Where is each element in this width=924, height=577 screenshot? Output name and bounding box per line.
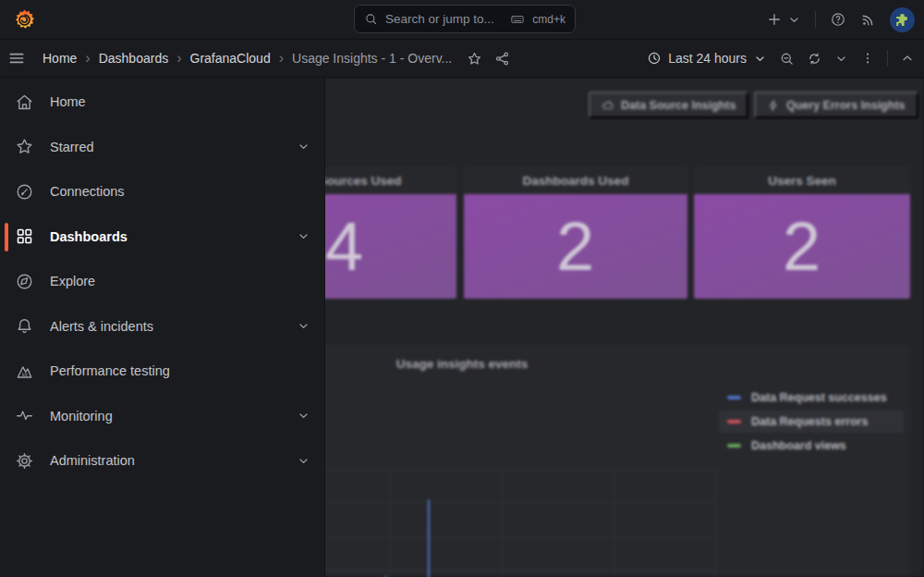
- apps-icon: [15, 227, 35, 246]
- sidebar-item-label: Monitoring: [50, 409, 113, 424]
- chevron-down-icon[interactable]: [297, 409, 310, 423]
- sidebar-item-label: Dashboards: [50, 229, 128, 244]
- menu-toggle-button[interactable]: [7, 49, 26, 68]
- star-icon: [467, 51, 482, 67]
- kiosk-mode-button[interactable]: [900, 51, 915, 66]
- legend-item[interactable]: Data Requests errors: [719, 411, 904, 433]
- chevron-up-icon: [900, 51, 915, 66]
- zoom-out-button[interactable]: [779, 51, 795, 67]
- panel-title[interactable]: Users Seen: [694, 166, 910, 194]
- star-dashboard-button[interactable]: [467, 51, 482, 67]
- legend-color-swatch: [727, 444, 741, 448]
- button-label: Query Errors Insights: [786, 99, 906, 112]
- clock-icon: [647, 51, 662, 66]
- pulse-icon: [15, 406, 35, 425]
- active-indicator: [5, 223, 8, 252]
- dashboard-menu-button[interactable]: [860, 51, 875, 66]
- sidebar-item-monitoring[interactable]: Monitoring: [0, 394, 324, 439]
- hamburger-icon: [7, 49, 26, 68]
- plus-icon: [766, 11, 783, 28]
- search-icon: [364, 12, 378, 26]
- legend-item[interactable]: Dashboard views: [719, 435, 904, 457]
- breadcrumb-separator: ›: [279, 50, 284, 67]
- breadcrumb-separator: ›: [176, 50, 181, 67]
- breadcrumb-item-home[interactable]: Home: [43, 51, 77, 66]
- chart-spike: [428, 499, 430, 577]
- sidebar-item-home[interactable]: Home: [0, 80, 324, 125]
- connections-icon: [15, 182, 35, 202]
- legend-color-swatch: [727, 420, 741, 424]
- bell-icon: [15, 316, 35, 336]
- stat-panel-dashboards-used: Dashboards Used 2: [464, 166, 687, 299]
- chart-legend: Data Request successes Data Requests err…: [719, 387, 904, 457]
- legend-color-swatch: [727, 396, 741, 399]
- breadcrumb-separator: ›: [85, 50, 90, 67]
- keyboard-icon: [510, 12, 525, 27]
- button-label: Data Source Insights: [621, 99, 736, 112]
- time-range-label: Last 24 hours: [668, 51, 747, 66]
- sidebar-item-starred[interactable]: Starred: [0, 125, 324, 170]
- home-icon: [15, 92, 35, 112]
- sidebar-item-explore[interactable]: Explore: [0, 259, 324, 304]
- zoom-out-icon: [779, 51, 795, 67]
- breadcrumb-item-current: Usage Insights - 1 - Overv...: [292, 51, 452, 66]
- chevron-down-icon: [834, 52, 848, 66]
- sidebar-item-label: Alerts & incidents: [50, 319, 153, 334]
- grafana-logo[interactable]: [12, 7, 37, 32]
- sidebar-item-connections[interactable]: Connections: [0, 169, 324, 215]
- stat-panel-users-seen: Users Seen 2: [694, 166, 910, 299]
- sidebar-item-dashboards[interactable]: Dashboards: [0, 215, 324, 260]
- sidebar-item-label: Home: [50, 94, 86, 109]
- panel-title[interactable]: Dashboards Used: [464, 166, 687, 194]
- sidebar-item-administration[interactable]: Administration: [0, 438, 324, 484]
- data-source-insights-button[interactable]: Data Source Insights: [589, 92, 748, 118]
- query-errors-insights-button[interactable]: Query Errors Insights: [754, 92, 918, 118]
- user-avatar[interactable]: [890, 7, 915, 32]
- news-button[interactable]: [860, 12, 876, 28]
- search-shortcut: cmd+k: [532, 13, 565, 26]
- stat-value: 2: [556, 207, 595, 286]
- chevron-down-icon: [787, 13, 801, 27]
- stat-value: 4: [325, 207, 364, 286]
- chevron-down-icon[interactable]: [297, 140, 310, 153]
- top-bar: Search or jump to... cmd+k: [0, 0, 924, 39]
- share-icon: [494, 51, 510, 67]
- chevron-down-icon: [753, 52, 767, 66]
- divider: [887, 50, 888, 67]
- compass-icon: [15, 272, 35, 291]
- search-input[interactable]: Search or jump to... cmd+k: [354, 5, 576, 33]
- legend-label: Data Requests errors: [751, 415, 868, 428]
- sidebar-item-label: Explore: [50, 274, 95, 288]
- sidebar-item-performance-testing[interactable]: k6Performance testing: [0, 349, 324, 394]
- search-placeholder: Search or jump to...: [385, 12, 503, 26]
- legend-item[interactable]: Data Request successes: [719, 387, 904, 409]
- chevron-down-icon[interactable]: [297, 454, 310, 468]
- k6-icon: k6: [15, 362, 35, 381]
- stat-background: 2: [464, 194, 687, 299]
- refresh-interval-button[interactable]: [834, 52, 848, 66]
- stat-background: 2: [694, 194, 910, 299]
- sidebar-item-label: Administration: [50, 453, 135, 468]
- sidebar-item-alerts-incidents[interactable]: Alerts & incidents: [0, 304, 324, 350]
- chevron-down-icon[interactable]: [297, 229, 310, 243]
- refresh-button[interactable]: [807, 51, 822, 67]
- refresh-icon: [807, 51, 822, 67]
- kebab-menu-icon: [860, 51, 875, 66]
- svg-text:k6: k6: [22, 371, 28, 376]
- navigation-mega-menu: HomeStarredConnectionsDashboardsExploreA…: [0, 78, 325, 577]
- help-icon: [830, 11, 846, 28]
- sidebar-item-label: Connections: [50, 184, 125, 199]
- breadcrumb-item-dashboards[interactable]: Dashboards: [99, 51, 169, 66]
- help-button[interactable]: [830, 11, 846, 28]
- legend-label: Dashboard views: [751, 439, 846, 452]
- new-button[interactable]: [766, 11, 801, 28]
- gear-icon: [15, 451, 35, 471]
- breadcrumb-item-grafanacloud[interactable]: GrafanaCloud: [190, 51, 271, 66]
- stat-value: 2: [783, 207, 821, 286]
- time-range-picker[interactable]: Last 24 hours: [647, 51, 767, 66]
- sidebar-item-label: Starred: [50, 140, 94, 154]
- share-button[interactable]: [494, 51, 510, 67]
- legend-label: Data Request successes: [751, 391, 887, 404]
- chevron-down-icon[interactable]: [297, 319, 310, 333]
- divider: [815, 11, 816, 28]
